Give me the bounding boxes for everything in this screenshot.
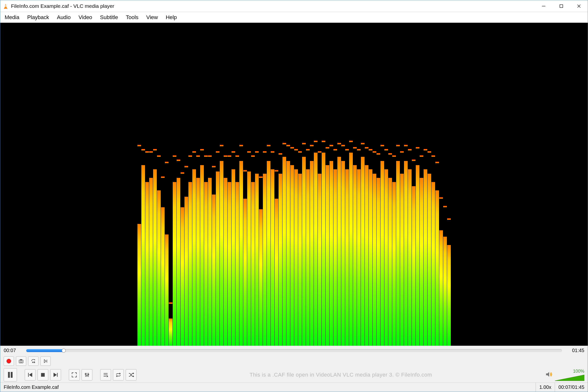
spectrum-bar (392, 23, 396, 346)
spectrum-bar (373, 23, 376, 346)
spectrum-bar (345, 23, 349, 346)
video-viewport[interactable] (0, 23, 588, 346)
maximize-button[interactable] (552, 0, 570, 12)
svg-rect-19 (41, 373, 44, 376)
spectrum-bar (349, 23, 353, 346)
spectrum-bar (228, 23, 231, 346)
svg-rect-5 (560, 5, 563, 8)
spectrum-bar (243, 23, 247, 346)
svg-marker-20 (54, 373, 56, 377)
elapsed-time[interactable]: 00:07 (4, 348, 23, 353)
spectrum-bar (239, 23, 243, 346)
frame-step-button[interactable] (40, 356, 51, 366)
spectrum-bar (310, 23, 314, 346)
previous-button[interactable] (25, 369, 36, 380)
svg-rect-15 (8, 372, 10, 378)
menu-subtitle[interactable]: Subtitle (100, 14, 118, 20)
spectrum-bar (384, 23, 388, 346)
menu-view[interactable]: View (146, 14, 158, 20)
snapshot-button[interactable] (16, 356, 26, 366)
spectrum-bar (200, 23, 204, 346)
status-time[interactable]: 00:07/01:45 (555, 383, 588, 392)
spectrum-bar (341, 23, 345, 346)
svg-marker-11 (34, 360, 35, 360)
loop-ab-button[interactable]: A B (28, 356, 38, 366)
spectrum-bar (326, 23, 329, 346)
spectrum-bar (145, 23, 149, 346)
svg-point-9 (20, 361, 22, 362)
spectrum-bar (180, 23, 184, 346)
next-button[interactable] (50, 369, 61, 380)
svg-text:A B: A B (32, 361, 35, 363)
spectrum-bar (282, 23, 286, 346)
spectrum-bar (424, 23, 427, 346)
svg-marker-0 (4, 4, 7, 8)
spectrum-bar (290, 23, 294, 346)
record-button[interactable] (4, 356, 14, 366)
transport-group (25, 369, 61, 380)
spectrum-bar (408, 23, 412, 346)
spectrum-bar (302, 23, 306, 346)
spectrum-bar (188, 23, 192, 346)
menu-playback[interactable]: Playback (27, 14, 49, 20)
playlist-button[interactable] (100, 369, 111, 380)
play-pause-button[interactable] (4, 368, 17, 382)
status-filename: FileInfo.com Example.caf (4, 384, 536, 390)
menu-audio[interactable]: Audio (57, 14, 70, 20)
menu-tools[interactable]: Tools (126, 14, 138, 20)
watermark-text: This is a .CAF file open in VideoLAN VLC… (139, 372, 543, 378)
spectrum-bar (412, 23, 416, 346)
svg-marker-32 (133, 373, 134, 374)
spectrum-bar (361, 23, 364, 346)
spectrum-bar (259, 23, 263, 346)
menu-bar: MediaPlaybackAudioVideoSubtitleToolsView… (0, 12, 588, 23)
spectrum-bar (212, 23, 216, 346)
spectrum-bar (153, 23, 157, 346)
status-speed[interactable]: 1.00x (536, 383, 555, 392)
loop-button[interactable] (113, 369, 124, 380)
volume-percent: 100% (573, 369, 584, 374)
seek-bar-row: 00:07 01:45 (0, 346, 588, 355)
seek-slider[interactable] (26, 349, 562, 352)
volume-slider[interactable] (555, 374, 584, 381)
spectrum-bar (138, 23, 141, 346)
spectrum-bar (192, 23, 196, 346)
total-time[interactable]: 01:45 (565, 348, 584, 353)
svg-marker-34 (546, 372, 549, 377)
seek-fill (26, 349, 64, 352)
extended-settings-button[interactable] (82, 369, 92, 380)
spectrum-bar (177, 23, 180, 346)
spectrum-bar (267, 23, 270, 346)
menu-video[interactable]: Video (78, 14, 92, 20)
fullscreen-button[interactable] (69, 369, 80, 380)
shuffle-icon (128, 372, 134, 378)
view-group (69, 369, 92, 380)
seek-knob[interactable] (62, 349, 66, 352)
spectrum-bar (247, 23, 251, 346)
spectrum-bar (330, 23, 333, 346)
stop-button[interactable] (38, 369, 48, 380)
spectrum-bar (314, 23, 318, 346)
secondary-controls: A B (0, 355, 588, 367)
spectrum-bar (369, 23, 372, 346)
spectrum-bar (294, 23, 298, 346)
svg-rect-1 (5, 5, 6, 6)
spectrum-bar (404, 23, 408, 346)
minimize-button[interactable] (535, 0, 552, 12)
menu-media[interactable]: Media (5, 14, 19, 20)
menu-help[interactable]: Help (166, 14, 177, 20)
step-icon (43, 358, 48, 364)
playlist-icon (103, 372, 108, 378)
spectrum-bar (275, 23, 278, 346)
spectrum-bar (400, 23, 404, 346)
svg-rect-25 (85, 374, 86, 374)
close-button[interactable] (570, 0, 588, 12)
shuffle-button[interactable] (126, 369, 136, 380)
spectrum-bar (161, 23, 165, 346)
spectrum-bar (380, 23, 384, 346)
skip-previous-icon (27, 372, 33, 378)
speaker-icon[interactable] (545, 371, 552, 379)
svg-rect-26 (86, 375, 88, 376)
svg-marker-33 (133, 376, 134, 377)
spectrum-bar (435, 23, 439, 346)
